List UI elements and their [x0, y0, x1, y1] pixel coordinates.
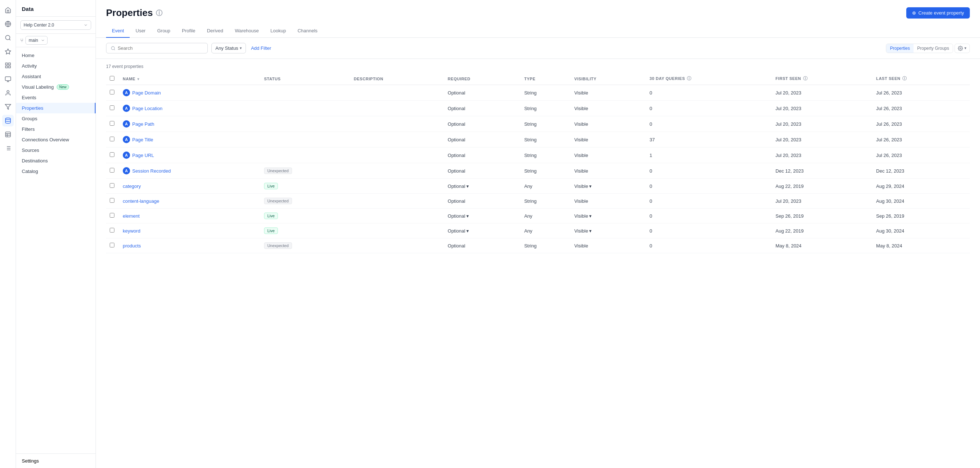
table-icon[interactable]	[2, 129, 14, 140]
workspace-select[interactable]: Help Center 2.0	[20, 20, 91, 30]
property-name-link[interactable]: APage Location	[123, 105, 257, 112]
monitor-icon[interactable]	[2, 73, 14, 85]
row-checkbox[interactable]	[110, 198, 115, 203]
sidebar-item-label: Filters	[22, 126, 35, 132]
status-badge: Unexpected	[264, 198, 292, 204]
grid-icon[interactable]	[2, 60, 14, 71]
sidebar-item-filters[interactable]: Filters	[16, 124, 95, 134]
tab-channels[interactable]: Channels	[292, 24, 323, 38]
view-property-groups[interactable]: Property Groups	[913, 44, 953, 53]
row-checkbox[interactable]	[110, 243, 115, 247]
select-all-checkbox[interactable]	[110, 76, 115, 81]
svg-line-26	[114, 49, 115, 50]
sidebar-item-groups[interactable]: Groups	[16, 113, 95, 124]
page-title-row: Properties ⓘ ⊕ Create event property	[106, 7, 970, 19]
sidebar-item-label: Groups	[22, 116, 37, 121]
property-name-link[interactable]: products	[123, 243, 257, 248]
row-checkbox[interactable]	[110, 105, 115, 110]
status-badge: Live	[264, 213, 278, 219]
sidebar-item-catalog[interactable]: Catalog	[16, 166, 95, 177]
data-icon[interactable]	[2, 115, 14, 126]
row-checkbox[interactable]	[110, 152, 115, 157]
visibility-dropdown[interactable]: Visible ▾	[574, 213, 642, 219]
property-name-link[interactable]: category	[123, 183, 257, 189]
tab-event[interactable]: Event	[106, 24, 130, 38]
visibility-dropdown[interactable]: Visible ▾	[574, 228, 642, 234]
property-name-link[interactable]: APage Title	[123, 136, 257, 143]
tab-group[interactable]: Group	[151, 24, 176, 38]
required-dropdown[interactable]: Optional ▾	[448, 228, 517, 234]
sidebar-item-home[interactable]: Home	[16, 50, 95, 60]
sidebar-item-sources[interactable]: Sources	[16, 145, 95, 156]
svg-point-27	[960, 48, 961, 49]
search-nav-icon[interactable]	[2, 32, 14, 44]
branch-select[interactable]: main	[25, 36, 48, 45]
status-filter[interactable]: Any Status ▾	[212, 43, 246, 53]
status-badge: Live	[264, 228, 278, 234]
row-checkbox[interactable]	[110, 121, 115, 126]
row-checkbox[interactable]	[110, 228, 115, 232]
sidebar-item-connections-overview[interactable]: Connections Overview	[16, 134, 95, 145]
analytics-icon[interactable]	[2, 18, 14, 30]
row-checkbox[interactable]	[110, 137, 115, 141]
tab-derived[interactable]: Derived	[201, 24, 229, 38]
svg-rect-5	[5, 63, 7, 65]
home-icon[interactable]	[2, 4, 14, 16]
star-icon[interactable]	[2, 46, 14, 57]
table-row: APage URLOptionalStringVisible1Jul 20, 2…	[106, 148, 970, 163]
table-row: keywordLiveOptional ▾AnyVisible ▾0Aug 22…	[106, 223, 970, 238]
required-cell: Optional	[444, 85, 521, 101]
create-event-property-button[interactable]: ⊕ Create event property	[906, 7, 970, 19]
table-settings-button[interactable]: ▾	[955, 44, 970, 53]
required-dropdown[interactable]: Optional ▾	[448, 183, 517, 189]
required-cell: Optional	[444, 132, 521, 148]
workspace-selector[interactable]: Help Center 2.0	[16, 17, 95, 34]
property-name-link[interactable]: APage Domain	[123, 89, 257, 96]
row-checkbox[interactable]	[110, 90, 115, 94]
table-row: categoryLiveOptional ▾AnyVisible ▾0Aug 2…	[106, 179, 970, 194]
row-checkbox[interactable]	[110, 168, 115, 173]
type-cell: String	[520, 132, 571, 148]
svg-rect-8	[5, 66, 7, 68]
property-name-link[interactable]: content-language	[123, 198, 257, 204]
type-cell: String	[520, 116, 571, 132]
tab-user[interactable]: User	[130, 24, 151, 38]
sidebar-item-properties[interactable]: Properties	[16, 103, 95, 113]
sidebar: Data Help Center 2.0 ⑂ main Home Activit…	[16, 0, 96, 468]
required-dropdown[interactable]: Optional ▾	[448, 213, 517, 219]
tab-profile[interactable]: Profile	[176, 24, 201, 38]
visibility-dropdown[interactable]: Visible ▾	[574, 183, 642, 189]
sidebar-item-events[interactable]: Events	[16, 92, 95, 103]
list-icon[interactable]	[2, 142, 14, 154]
sidebar-item-visual-labeling[interactable]: Visual Labeling New	[16, 82, 95, 92]
sidebar-footer[interactable]: Settings	[16, 454, 95, 468]
property-name-link[interactable]: APage URL	[123, 151, 257, 159]
tab-lookup[interactable]: Lookup	[265, 24, 292, 38]
tab-warehouse[interactable]: Warehouse	[229, 24, 265, 38]
type-cell: String	[520, 194, 571, 209]
search-box[interactable]	[106, 43, 208, 53]
search-input[interactable]	[118, 45, 203, 51]
col-required: REQUIRED	[444, 73, 521, 85]
col-name[interactable]: NAME ▾	[119, 73, 261, 85]
property-name-link[interactable]: ASession Recorded	[123, 167, 257, 174]
property-name-link[interactable]: keyword	[123, 228, 257, 234]
last-seen-cell: Aug 30, 2024	[872, 223, 970, 238]
tabs: Event User Group Profile Derived Warehou…	[106, 24, 970, 37]
row-checkbox[interactable]	[110, 183, 115, 188]
sidebar-item-assistant[interactable]: Assistant	[16, 71, 95, 82]
property-name-link[interactable]: element	[123, 213, 257, 219]
table-row: APage DomainOptionalStringVisible0Jul 20…	[106, 85, 970, 101]
sidebar-item-activity[interactable]: Activity	[16, 60, 95, 71]
sidebar-item-destinations[interactable]: Destinations	[16, 156, 95, 166]
description-cell	[350, 116, 444, 132]
add-filter-button[interactable]: Add Filter	[250, 43, 273, 53]
segment-icon: A	[123, 120, 130, 127]
visibility-cell: Visible	[571, 101, 646, 116]
property-name-link[interactable]: APage Path	[123, 120, 257, 127]
user-icon[interactable]	[2, 87, 14, 99]
description-cell	[350, 194, 444, 209]
view-properties[interactable]: Properties	[886, 44, 913, 53]
row-checkbox[interactable]	[110, 213, 115, 218]
funnel-icon[interactable]	[2, 101, 14, 113]
